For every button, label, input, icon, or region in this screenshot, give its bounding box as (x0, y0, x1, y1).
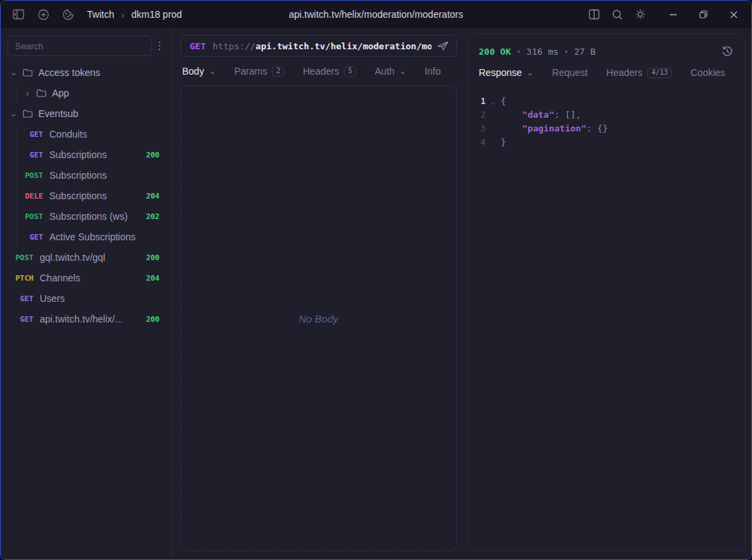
tab-label: Response (479, 67, 522, 78)
folder-icon (23, 68, 33, 77)
app-window: Twitch › dkm18 prod api.twitch.tv/helix/… (0, 0, 752, 560)
split-view-button[interactable] (584, 5, 603, 23)
tab[interactable]: Response ⌄ (479, 67, 534, 78)
tab-chevron-icon: ⌄ (209, 68, 216, 74)
code-line-content: { (501, 94, 506, 108)
plus-circle-icon (38, 9, 49, 21)
tree-request-row[interactable]: GET Users (1, 288, 171, 309)
folder-chevron-icon[interactable]: ⌄ (9, 69, 18, 76)
tree-request-row[interactable]: POST gql.twitch.tv/gql 200 (1, 247, 171, 268)
search-button[interactable] (607, 5, 627, 23)
tree-folder-row[interactable]: › App (1, 83, 171, 103)
tab-label: Cookies (690, 67, 725, 78)
tab-chevron-icon: ⌄ (399, 68, 406, 74)
tab-label: Info (425, 66, 440, 77)
search-input[interactable] (8, 36, 152, 56)
folder-label: App (52, 88, 69, 99)
tree-request-row[interactable]: PTCH Channels 204 (1, 268, 171, 288)
tab[interactable]: Headers 4/13 (606, 67, 672, 78)
breadcrumb-environment[interactable]: dkm18 prod (131, 9, 182, 20)
tree-request-row[interactable]: GET api.twitch.tv/helix/... 200 (1, 309, 171, 329)
response-history-button[interactable] (721, 45, 734, 58)
tree-request-row[interactable]: POST Subscriptions (ws) 202 (1, 206, 171, 227)
send-button[interactable] (431, 40, 449, 51)
folder-chevron-icon[interactable]: › (23, 90, 32, 97)
tree-request-row[interactable]: POST Subscriptions (1, 165, 171, 186)
tree-request-row[interactable]: DELE Subscriptions 204 (1, 186, 171, 206)
cookie-icon (62, 9, 74, 21)
tab[interactable]: Cookies (690, 67, 725, 78)
titlebar-right-icons (584, 5, 743, 23)
url-bar[interactable]: GET https:// api.twitch.tv/helix/moderat… (180, 35, 457, 57)
close-button[interactable] (724, 5, 743, 23)
breadcrumb-collection[interactable]: Twitch (87, 9, 114, 20)
tab-label: Auth (375, 66, 394, 77)
response-code: 1 ⌄ { 2 "data": [], 3 "pagination": {} 4… (468, 89, 744, 149)
sidebar-menu-button[interactable]: ⋮ (152, 40, 167, 52)
split-view-icon (588, 9, 600, 20)
request-method-label: GET (13, 130, 43, 139)
tab[interactable]: Request (552, 67, 588, 78)
tab[interactable]: Auth ⌄ (375, 66, 406, 77)
code-line: 2 "data": [], (468, 108, 744, 122)
request-label: Subscriptions (49, 170, 107, 181)
url-scheme: https:// (212, 41, 255, 51)
settings-button[interactable] (631, 5, 650, 23)
response-tabs: Response ⌄ Request Headers 4/13 Cookies (468, 60, 744, 89)
tab-label: Request (552, 67, 588, 78)
tab[interactable]: Body ⌄ (182, 66, 216, 77)
tab[interactable]: Info (425, 66, 440, 77)
tree-request-row[interactable]: GET Conduits (1, 124, 171, 144)
tab-count-badge: 5 (344, 66, 356, 77)
line-number: 3 (468, 122, 486, 136)
request-label: api.twitch.tv/helix/... (40, 314, 123, 324)
folder-label: Access tokens (38, 67, 100, 78)
request-label: Subscriptions (ws) (49, 211, 127, 222)
request-label: Conduits (49, 129, 87, 140)
request-status-code: 204 (146, 192, 171, 201)
maximize-icon (699, 10, 708, 19)
fold-chevron-icon[interactable] (486, 136, 501, 149)
response-size: 27 B (574, 47, 595, 57)
tree-folder-row[interactable]: ⌄ Access tokens (1, 62, 171, 83)
titlebar-left-icons (9, 5, 77, 23)
history-clock-icon (721, 45, 734, 58)
fold-chevron-icon[interactable] (486, 122, 501, 136)
tree-folder-row[interactable]: ⌄ Eventsub (1, 103, 171, 124)
tab-label: Body (182, 66, 204, 77)
tab[interactable]: Params 2 (234, 66, 284, 77)
tree-request-row[interactable]: GET Subscriptions 200 (1, 144, 171, 165)
sidebar-toggle-button[interactable] (9, 5, 28, 23)
response-time: 316 ms (527, 47, 559, 57)
new-request-button[interactable] (34, 5, 53, 23)
meta-dot-icon: • (516, 47, 521, 56)
fold-chevron-icon[interactable]: ⌄ (486, 94, 501, 108)
request-label: Active Subscriptions (49, 231, 136, 242)
request-status-code: 200 (146, 151, 171, 160)
tab-label: Headers (303, 66, 339, 77)
search-icon (612, 9, 623, 21)
fold-chevron-icon[interactable] (486, 108, 501, 122)
sidebar: ⋮ ⌄ Access tokens › App ⌄ Eventsub GET C… (1, 28, 172, 560)
tab[interactable]: Headers 5 (303, 66, 356, 77)
line-number: 2 (468, 108, 486, 122)
request-method-label: GET (3, 315, 34, 324)
cookies-button[interactable] (58, 5, 77, 23)
request-method-label: GET (13, 151, 43, 160)
response-panel: 200 OK • 316 ms • 27 B Response ⌄ Reques… (467, 34, 745, 551)
line-number: 1 (468, 94, 486, 108)
request-method-label: POST (13, 212, 43, 221)
sidebar-search-row: ⋮ (1, 36, 171, 56)
request-tabs: Body ⌄ Params 2 Headers 5 Auth ⌄ Info (180, 57, 457, 86)
request-body-area: No Body (180, 86, 457, 551)
folder-chevron-icon[interactable]: ⌄ (9, 110, 18, 117)
gear-icon (634, 8, 647, 21)
no-body-placeholder: No Body (299, 313, 338, 324)
response-status-badge: 200 OK (479, 47, 511, 57)
maximize-button[interactable] (694, 5, 713, 23)
tree-request-row[interactable]: GET Active Subscriptions (1, 227, 171, 247)
minimize-button[interactable] (664, 5, 683, 23)
meta-dot-icon: • (564, 47, 569, 56)
code-line: 1 ⌄ { (468, 94, 744, 108)
code-line: 4 } (468, 136, 744, 149)
